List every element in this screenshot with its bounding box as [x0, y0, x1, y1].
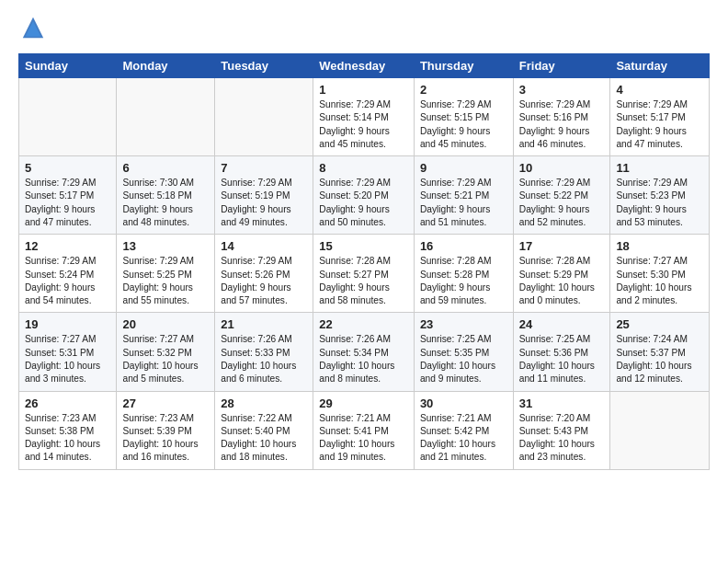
day-number: 6	[122, 161, 209, 175]
day-cell: 16Sunrise: 7:28 AM Sunset: 5:28 PM Dayli…	[414, 235, 513, 313]
week-row-3: 12Sunrise: 7:29 AM Sunset: 5:24 PM Dayli…	[19, 235, 710, 313]
day-cell: 9Sunrise: 7:29 AM Sunset: 5:21 PM Daylig…	[414, 156, 513, 235]
day-detail: Sunrise: 7:24 AM Sunset: 5:37 PM Dayligh…	[616, 333, 703, 385]
day-detail: Sunrise: 7:29 AM Sunset: 5:21 PM Dayligh…	[420, 177, 507, 229]
week-row-5: 26Sunrise: 7:23 AM Sunset: 5:38 PM Dayli…	[19, 391, 710, 469]
day-cell: 5Sunrise: 7:29 AM Sunset: 5:17 PM Daylig…	[19, 156, 117, 235]
day-detail: Sunrise: 7:29 AM Sunset: 5:15 PM Dayligh…	[420, 98, 507, 151]
day-number: 20	[122, 317, 209, 331]
day-detail: Sunrise: 7:29 AM Sunset: 5:25 PM Dayligh…	[122, 255, 209, 307]
day-number: 12	[25, 239, 110, 253]
week-row-2: 5Sunrise: 7:29 AM Sunset: 5:17 PM Daylig…	[19, 156, 710, 235]
day-detail: Sunrise: 7:29 AM Sunset: 5:24 PM Dayligh…	[25, 255, 110, 307]
day-cell: 19Sunrise: 7:27 AM Sunset: 5:31 PM Dayli…	[19, 313, 117, 391]
day-cell: 14Sunrise: 7:29 AM Sunset: 5:26 PM Dayli…	[215, 235, 313, 313]
day-detail: Sunrise: 7:23 AM Sunset: 5:38 PM Dayligh…	[25, 412, 110, 465]
day-cell: 21Sunrise: 7:26 AM Sunset: 5:33 PM Dayli…	[215, 313, 313, 391]
day-cell: 18Sunrise: 7:27 AM Sunset: 5:30 PM Dayli…	[610, 235, 710, 313]
day-cell: 12Sunrise: 7:29 AM Sunset: 5:24 PM Dayli…	[19, 235, 117, 313]
header	[18, 15, 710, 44]
day-number: 13	[122, 239, 209, 253]
day-number: 30	[420, 396, 507, 410]
day-cell: 7Sunrise: 7:29 AM Sunset: 5:19 PM Daylig…	[215, 156, 313, 235]
day-number: 8	[319, 161, 408, 175]
day-cell: 22Sunrise: 7:26 AM Sunset: 5:34 PM Dayli…	[313, 313, 415, 391]
day-number: 25	[616, 317, 703, 331]
day-cell: 27Sunrise: 7:23 AM Sunset: 5:39 PM Dayli…	[117, 391, 215, 469]
day-number: 15	[319, 239, 408, 253]
day-cell: 15Sunrise: 7:28 AM Sunset: 5:27 PM Dayli…	[313, 235, 415, 313]
col-header-sunday: Sunday	[19, 54, 117, 78]
day-number: 16	[420, 239, 507, 253]
col-header-wednesday: Wednesday	[313, 54, 415, 78]
logo-icon	[20, 15, 46, 40]
col-header-monday: Monday	[117, 54, 215, 78]
day-detail: Sunrise: 7:26 AM Sunset: 5:34 PM Dayligh…	[319, 333, 408, 385]
day-detail: Sunrise: 7:29 AM Sunset: 5:20 PM Dayligh…	[319, 177, 408, 229]
day-detail: Sunrise: 7:30 AM Sunset: 5:18 PM Dayligh…	[122, 177, 209, 229]
day-detail: Sunrise: 7:21 AM Sunset: 5:41 PM Dayligh…	[319, 412, 408, 465]
day-detail: Sunrise: 7:26 AM Sunset: 5:33 PM Dayligh…	[221, 333, 307, 385]
day-number: 29	[319, 396, 408, 410]
day-number: 26	[25, 396, 110, 410]
day-number: 10	[519, 161, 605, 175]
day-number: 1	[319, 83, 408, 97]
day-cell: 1Sunrise: 7:29 AM Sunset: 5:14 PM Daylig…	[313, 78, 415, 156]
day-cell	[215, 78, 313, 156]
day-cell: 4Sunrise: 7:29 AM Sunset: 5:17 PM Daylig…	[610, 78, 710, 156]
day-cell	[117, 78, 215, 156]
day-detail: Sunrise: 7:25 AM Sunset: 5:36 PM Dayligh…	[519, 333, 605, 385]
day-cell: 13Sunrise: 7:29 AM Sunset: 5:25 PM Dayli…	[117, 235, 215, 313]
day-number: 22	[319, 317, 408, 331]
day-detail: Sunrise: 7:23 AM Sunset: 5:39 PM Dayligh…	[122, 412, 209, 465]
page: SundayMondayTuesdayWednesdayThursdayFrid…	[0, 0, 728, 485]
day-cell: 31Sunrise: 7:20 AM Sunset: 5:43 PM Dayli…	[513, 391, 610, 469]
day-detail: Sunrise: 7:27 AM Sunset: 5:32 PM Dayligh…	[122, 333, 209, 385]
day-detail: Sunrise: 7:20 AM Sunset: 5:43 PM Dayligh…	[519, 412, 605, 465]
day-detail: Sunrise: 7:29 AM Sunset: 5:14 PM Dayligh…	[319, 98, 408, 151]
day-detail: Sunrise: 7:29 AM Sunset: 5:17 PM Dayligh…	[25, 177, 110, 229]
day-detail: Sunrise: 7:22 AM Sunset: 5:40 PM Dayligh…	[221, 412, 307, 465]
day-detail: Sunrise: 7:28 AM Sunset: 5:29 PM Dayligh…	[519, 255, 605, 307]
day-cell: 28Sunrise: 7:22 AM Sunset: 5:40 PM Dayli…	[215, 391, 313, 469]
day-number: 7	[221, 161, 307, 175]
day-cell: 29Sunrise: 7:21 AM Sunset: 5:41 PM Dayli…	[313, 391, 415, 469]
day-cell: 25Sunrise: 7:24 AM Sunset: 5:37 PM Dayli…	[610, 313, 710, 391]
day-number: 4	[616, 83, 703, 97]
day-cell: 20Sunrise: 7:27 AM Sunset: 5:32 PM Dayli…	[117, 313, 215, 391]
day-cell: 23Sunrise: 7:25 AM Sunset: 5:35 PM Dayli…	[414, 313, 513, 391]
day-cell: 6Sunrise: 7:30 AM Sunset: 5:18 PM Daylig…	[117, 156, 215, 235]
day-detail: Sunrise: 7:29 AM Sunset: 5:16 PM Dayligh…	[519, 98, 605, 151]
day-number: 23	[420, 317, 507, 331]
day-detail: Sunrise: 7:27 AM Sunset: 5:30 PM Dayligh…	[616, 255, 703, 307]
calendar-header-row: SundayMondayTuesdayWednesdayThursdayFrid…	[19, 54, 710, 78]
col-header-tuesday: Tuesday	[215, 54, 313, 78]
day-detail: Sunrise: 7:25 AM Sunset: 5:35 PM Dayligh…	[420, 333, 507, 385]
day-cell: 10Sunrise: 7:29 AM Sunset: 5:22 PM Dayli…	[513, 156, 610, 235]
day-number: 19	[25, 317, 110, 331]
day-number: 27	[122, 396, 209, 410]
day-detail: Sunrise: 7:29 AM Sunset: 5:17 PM Dayligh…	[616, 98, 703, 151]
day-number: 28	[221, 396, 307, 410]
col-header-thursday: Thursday	[414, 54, 513, 78]
day-number: 3	[519, 83, 605, 97]
day-number: 24	[519, 317, 605, 331]
day-cell: 24Sunrise: 7:25 AM Sunset: 5:36 PM Dayli…	[513, 313, 610, 391]
day-cell: 11Sunrise: 7:29 AM Sunset: 5:23 PM Dayli…	[610, 156, 710, 235]
day-cell: 17Sunrise: 7:28 AM Sunset: 5:29 PM Dayli…	[513, 235, 610, 313]
day-cell: 8Sunrise: 7:29 AM Sunset: 5:20 PM Daylig…	[313, 156, 415, 235]
week-row-4: 19Sunrise: 7:27 AM Sunset: 5:31 PM Dayli…	[19, 313, 710, 391]
day-number: 31	[519, 396, 605, 410]
week-row-1: 1Sunrise: 7:29 AM Sunset: 5:14 PM Daylig…	[19, 78, 710, 156]
day-cell: 30Sunrise: 7:21 AM Sunset: 5:42 PM Dayli…	[414, 391, 513, 469]
day-number: 2	[420, 83, 507, 97]
day-detail: Sunrise: 7:29 AM Sunset: 5:23 PM Dayligh…	[616, 177, 703, 229]
day-cell: 26Sunrise: 7:23 AM Sunset: 5:38 PM Dayli…	[19, 391, 117, 469]
day-detail: Sunrise: 7:29 AM Sunset: 5:19 PM Dayligh…	[221, 177, 307, 229]
day-detail: Sunrise: 7:28 AM Sunset: 5:28 PM Dayligh…	[420, 255, 507, 307]
day-detail: Sunrise: 7:29 AM Sunset: 5:26 PM Dayligh…	[221, 255, 307, 307]
day-detail: Sunrise: 7:28 AM Sunset: 5:27 PM Dayligh…	[319, 255, 408, 307]
day-number: 5	[25, 161, 110, 175]
day-cell	[610, 391, 710, 469]
logo	[18, 15, 46, 44]
